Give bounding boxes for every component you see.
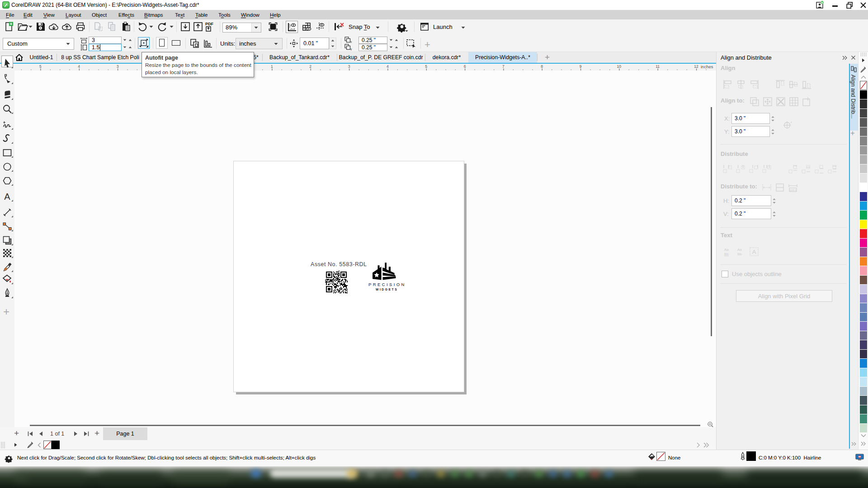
svg-text:Aa: Aa [724,248,729,252]
svg-text:Bb: Bb [724,252,729,256]
svg-text:3: 3 [117,64,119,69]
svg-text:x: x [350,40,352,43]
svg-text:A: A [4,192,10,202]
svg-text:Aa: Aa [737,248,742,252]
svg-text:PDF: PDF [205,22,214,26]
svg-text:6: 6 [464,64,466,69]
svg-text:1: 1 [271,64,273,69]
svg-text:4: 4 [78,64,80,69]
svg-text:5: 5 [425,64,427,69]
svg-text:9: 9 [580,64,582,69]
svg-text:12: 12 [694,64,698,69]
svg-text:11: 11 [656,64,660,69]
svg-text:5: 5 [39,64,42,69]
svg-text:10: 10 [617,64,622,69]
svg-text:123.0: 123.0 [789,189,797,192]
svg-text:A: A [752,249,756,255]
svg-text:7: 7 [502,64,505,69]
svg-text:Bb: Bb [737,252,742,256]
svg-text:inches: inches [701,64,713,69]
svg-text:4: 4 [387,64,389,69]
svg-text:y: y [350,47,352,51]
svg-text:3: 3 [348,64,350,69]
svg-text:8: 8 [541,64,543,69]
svg-text:2: 2 [309,64,311,69]
